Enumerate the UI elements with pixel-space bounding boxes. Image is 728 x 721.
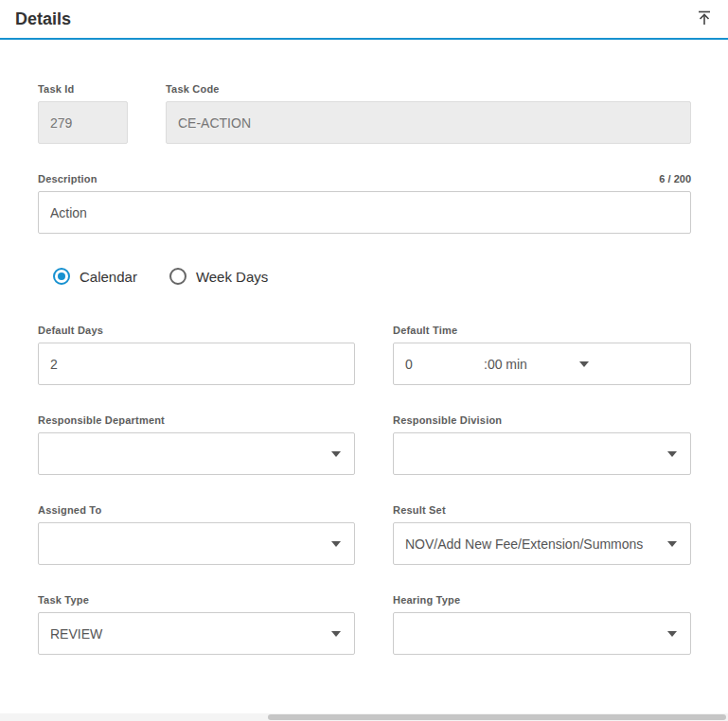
hearing-type-field-group: Hearing Type	[393, 594, 691, 655]
collapse-top-icon	[696, 9, 713, 29]
default-time-box: :00 min	[393, 343, 691, 385]
task-id-label: Task Id	[38, 83, 128, 95]
result-set-label: Result Set	[393, 504, 691, 516]
task-type-dropdown[interactable]: REVIEW	[38, 612, 355, 655]
default-days-input[interactable]	[38, 343, 355, 385]
responsible-division-label: Responsible Division	[393, 414, 691, 426]
hearing-type-label: Hearing Type	[393, 594, 691, 606]
radio-calendar-label: Calendar	[80, 269, 137, 285]
result-set-dropdown[interactable]: NOV/Add New Fee/Extension/Summons	[393, 522, 691, 565]
radio-week-days[interactable]: Week Days	[169, 268, 268, 285]
collapse-panel-button[interactable]	[692, 7, 717, 31]
default-time-field-group: Default Time :00 min	[393, 325, 691, 385]
description-input[interactable]	[38, 191, 691, 234]
task-type-value: REVIEW	[50, 626, 102, 642]
schedule-mode-radio-group: Calendar Week Days	[53, 268, 691, 285]
horizontal-scrollbar[interactable]	[0, 713, 728, 721]
description-field-group: Description 6 / 200	[38, 173, 691, 234]
task-type-label: Task Type	[38, 594, 355, 606]
description-label-row: Description 6 / 200	[38, 173, 691, 185]
details-form: Task Id Task Code Description 6 / 200 Ca…	[0, 40, 728, 655]
task-id-field-group: Task Id	[38, 83, 128, 144]
type-row: Task Type REVIEW Hearing Type	[38, 594, 691, 655]
chevron-down-icon	[331, 631, 341, 637]
task-type-field-group: Task Type REVIEW	[38, 594, 355, 655]
chevron-down-icon	[331, 541, 341, 547]
chevron-down-icon	[667, 451, 677, 457]
assigned-to-field-group: Assigned To	[38, 504, 355, 565]
chevron-down-icon	[667, 631, 677, 637]
result-set-value: NOV/Add New Fee/Extension/Summons	[405, 536, 643, 552]
panel-header: Details	[0, 0, 728, 40]
hearing-type-dropdown[interactable]	[393, 612, 691, 655]
default-time-minutes-caret-down-icon[interactable]	[579, 361, 589, 367]
chevron-down-icon	[667, 541, 677, 547]
description-label: Description	[38, 173, 98, 185]
horizontal-scrollbar-thumb[interactable]	[268, 714, 726, 720]
assigned-to-label: Assigned To	[38, 504, 355, 516]
default-time-label: Default Time	[393, 325, 691, 336]
task-id-input	[38, 101, 128, 144]
panel-title: Details	[15, 9, 71, 29]
assigned-to-dropdown[interactable]	[38, 522, 355, 565]
chevron-down-icon	[331, 451, 341, 457]
task-id-code-row: Task Id Task Code	[38, 83, 691, 144]
task-code-label: Task Code	[166, 83, 691, 95]
radio-selected-icon	[53, 268, 70, 285]
radio-calendar[interactable]: Calendar	[53, 268, 137, 285]
assignment-row: Assigned To Result Set NOV/Add New Fee/E…	[38, 504, 691, 565]
default-time-minutes-value: :00 min	[484, 357, 527, 372]
result-set-field-group: Result Set NOV/Add New Fee/Extension/Sum…	[393, 504, 691, 565]
responsible-row: Responsible Department Responsible Divis…	[38, 414, 691, 475]
responsible-department-dropdown[interactable]	[38, 432, 355, 475]
defaults-row: Default Days Default Time :00 min	[38, 325, 691, 385]
radio-unselected-icon	[169, 268, 186, 285]
radio-week-days-label: Week Days	[196, 269, 268, 285]
responsible-department-field-group: Responsible Department	[38, 414, 355, 475]
responsible-division-field-group: Responsible Division	[393, 414, 691, 475]
responsible-department-label: Responsible Department	[38, 414, 355, 426]
responsible-division-dropdown[interactable]	[393, 432, 691, 475]
task-code-field-group: Task Code	[166, 83, 691, 144]
default-time-hour-input[interactable]	[394, 343, 484, 384]
default-days-label: Default Days	[38, 325, 355, 336]
description-char-counter: 6 / 200	[659, 173, 691, 185]
default-days-field-group: Default Days	[38, 325, 355, 385]
task-code-input	[166, 101, 691, 144]
